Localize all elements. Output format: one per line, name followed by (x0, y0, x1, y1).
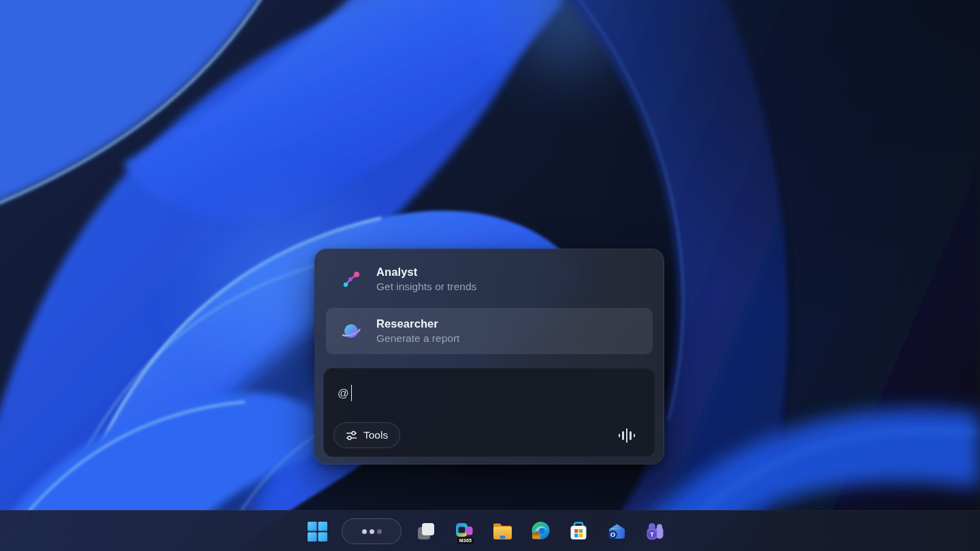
m365-badge: M365 (457, 537, 474, 544)
taskbar: M365 (0, 510, 980, 551)
tools-button[interactable]: Tools (333, 422, 400, 448)
file-explorer-button[interactable] (489, 518, 516, 545)
agent-description: Generate a report (376, 332, 459, 345)
agent-item-researcher[interactable]: Researcher Generate a report (326, 308, 653, 354)
tools-label: Tools (363, 429, 388, 441)
start-button[interactable] (304, 518, 331, 545)
outlook-button[interactable]: O (603, 518, 630, 545)
teams-button[interactable]: T (641, 518, 668, 545)
m365-copilot-button[interactable]: M365 (451, 518, 478, 545)
agent-suggestion-list: Analyst Get insights or trends (315, 249, 664, 354)
svg-text:O: O (610, 531, 615, 538)
planet-icon (341, 321, 361, 341)
copilot-agent-popup: Analyst Get insights or trends (314, 249, 664, 465)
outlook-icon: O (606, 521, 627, 541)
taskbar-items: M365 (304, 511, 668, 551)
composer-text: @ (338, 387, 349, 400)
agent-name: Researcher (376, 317, 459, 330)
typing-dot (370, 529, 374, 534)
edge-icon (530, 521, 551, 542)
search-box[interactable] (342, 518, 402, 544)
microsoft-store-button[interactable] (565, 518, 592, 545)
typing-dot (362, 529, 367, 534)
copilot-composer[interactable]: @ Tools (323, 368, 655, 457)
agent-name: Analyst (376, 266, 476, 279)
microsoft-store-icon (568, 521, 589, 541)
desktop: Analyst Get insights or trends (0, 0, 980, 551)
agent-item-analyst[interactable]: Analyst Get insights or trends (326, 256, 653, 302)
teams-icon: T (644, 521, 666, 541)
agent-texts: Analyst Get insights or trends (376, 266, 476, 293)
waveform-icon (619, 428, 635, 443)
text-cursor (351, 385, 353, 401)
trend-scatter-icon (341, 269, 361, 289)
composer-toolbar: Tools (333, 422, 642, 448)
composer-input[interactable]: @ (338, 385, 352, 401)
windows-logo-icon (308, 522, 327, 541)
file-explorer-icon (492, 521, 513, 541)
sliders-icon (346, 430, 357, 441)
agent-description: Get insights or trends (376, 281, 476, 293)
agent-texts: Researcher Generate a report (376, 317, 459, 345)
voice-input-button[interactable] (617, 425, 637, 445)
edge-browser-button[interactable] (527, 518, 554, 545)
typing-dot (377, 529, 382, 534)
task-view-button[interactable] (412, 518, 440, 545)
svg-text:T: T (650, 531, 654, 538)
task-view-icon (416, 521, 436, 541)
